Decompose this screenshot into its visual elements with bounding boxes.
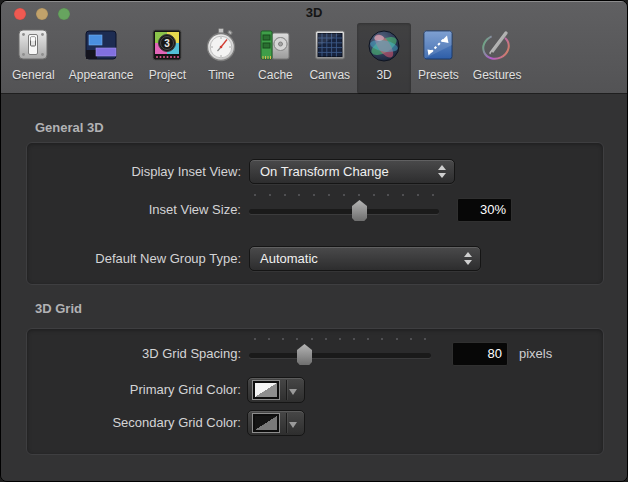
countdown-icon: 3 xyxy=(147,26,187,66)
pen-circle-icon xyxy=(477,26,517,66)
chevron-down-icon xyxy=(289,422,297,428)
display-inset-view-popup[interactable]: On Transform Change xyxy=(249,159,455,184)
inset-view-size-label: Inset View Size: xyxy=(27,198,241,222)
preferences-content: General 3D Display Inset View: On Transf… xyxy=(1,94,628,482)
toolbar-item-cache[interactable]: Cache xyxy=(248,23,302,94)
primary-grid-color-label: Primary Grid Color: xyxy=(27,377,241,403)
toolbar-label: Gestures xyxy=(473,68,522,82)
color-swatch xyxy=(253,414,279,432)
window-title: 3D xyxy=(1,1,627,23)
chevron-down-icon xyxy=(289,389,297,395)
general-3d-group: Display Inset View: On Transform Change … xyxy=(26,142,604,285)
toolbar-label: 3D xyxy=(376,68,391,82)
section-heading-3d-grid: 3D Grid xyxy=(35,301,82,316)
default-new-group-type-popup[interactable]: Automatic xyxy=(249,246,481,271)
slider-thumb[interactable] xyxy=(352,200,367,221)
popup-arrows-icon xyxy=(437,164,446,179)
sphere-3d-icon xyxy=(364,26,404,66)
toolbar-label: Cache xyxy=(258,68,293,82)
slider-track[interactable] xyxy=(249,353,431,358)
display-inset-view-label: Display Inset View: xyxy=(27,159,241,184)
secondary-grid-color-label: Secondary Grid Color: xyxy=(27,410,241,436)
titlebar[interactable]: 3D xyxy=(1,1,627,23)
slider-ticks xyxy=(254,338,426,340)
divider xyxy=(286,413,287,433)
toolbar-item-project[interactable]: 3 Project xyxy=(140,23,194,94)
appearance-icon xyxy=(81,26,121,66)
popup-arrows-icon xyxy=(463,251,472,266)
light-switch-icon xyxy=(13,26,53,66)
toolbar-item-general[interactable]: General xyxy=(5,23,62,94)
inset-view-size-field[interactable]: 30% xyxy=(457,198,512,222)
resize-arrow-icon xyxy=(418,26,458,66)
toolbar-item-3d[interactable]: 3D xyxy=(357,23,411,94)
stopwatch-icon xyxy=(201,26,241,66)
slider-ticks xyxy=(254,194,434,196)
inset-view-size-slider[interactable] xyxy=(249,194,439,224)
toolbar-label: Canvas xyxy=(309,68,350,82)
primary-grid-color-well[interactable] xyxy=(247,377,305,403)
toolbar-item-gestures[interactable]: Gestures xyxy=(466,23,529,94)
divider xyxy=(286,380,287,400)
toolbar-item-canvas[interactable]: Canvas xyxy=(302,23,357,94)
grid-spacing-slider[interactable] xyxy=(249,338,431,368)
slider-track[interactable] xyxy=(249,209,439,214)
window-header: 3D General xyxy=(1,1,627,94)
popup-value: On Transform Change xyxy=(260,164,389,179)
memory-disk-icon xyxy=(255,26,295,66)
toolbar-item-presets[interactable]: Presets xyxy=(411,23,466,94)
toolbar-label: Project xyxy=(149,68,186,82)
preferences-toolbar: General Appearance xyxy=(1,23,627,94)
toolbar-item-time[interactable]: Time xyxy=(194,23,248,94)
color-swatch xyxy=(253,381,279,399)
grid-3d-group: 3D Grid Spacing: 80 pixels Primary Grid … xyxy=(26,328,604,455)
toolbar-label: Time xyxy=(208,68,234,82)
grid-canvas-icon xyxy=(310,26,350,66)
slider-thumb[interactable] xyxy=(297,344,312,365)
svg-text:3: 3 xyxy=(165,38,171,49)
toolbar-item-appearance[interactable]: Appearance xyxy=(62,23,141,94)
toolbar-label: Presets xyxy=(418,68,459,82)
grid-spacing-field[interactable]: 80 xyxy=(452,342,508,366)
default-new-group-type-label: Default New Group Type: xyxy=(27,246,241,271)
grid-spacing-label: 3D Grid Spacing: xyxy=(27,342,241,366)
toolbar-label: General xyxy=(12,68,55,82)
grid-spacing-unit: pixels xyxy=(519,342,552,366)
section-heading-general-3d: General 3D xyxy=(35,120,104,135)
popup-value: Automatic xyxy=(260,251,318,266)
toolbar-label: Appearance xyxy=(69,68,134,82)
secondary-grid-color-well[interactable] xyxy=(247,410,305,436)
preferences-window: 3D General xyxy=(0,0,628,482)
